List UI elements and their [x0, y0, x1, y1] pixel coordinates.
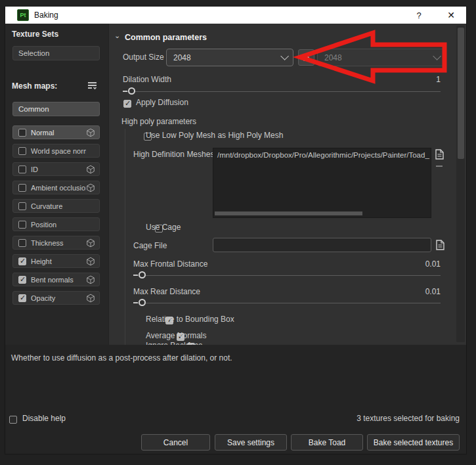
- output-size-value: 2048: [173, 53, 191, 62]
- mesh-map-item[interactable]: ID: [12, 162, 100, 176]
- mesh-map-checkbox[interactable]: [18, 202, 26, 210]
- common-item-label: Common: [18, 105, 49, 113]
- lock-icon: [302, 53, 311, 62]
- mesh-map-item[interactable]: Thickness: [12, 236, 100, 250]
- mesh-map-label: Height: [31, 257, 86, 265]
- use-low-poly-label: Use Low Poly Mesh as High Poly Mesh: [146, 131, 283, 140]
- mesh-map-checkbox[interactable]: [18, 257, 26, 265]
- slider-fill: [133, 302, 138, 303]
- mesh-map-checkbox[interactable]: [18, 166, 26, 173]
- link-sizes-lock-button[interactable]: [298, 49, 314, 66]
- sidebar-item-selection[interactable]: Selection: [12, 46, 100, 60]
- help-tooltip-text: Whether to use diffusion as a post-proce…: [11, 353, 232, 363]
- bake-selected-textures-button[interactable]: Bake selected textures: [367, 434, 460, 451]
- mesh-geometry-icon: [86, 275, 95, 284]
- mesh-map-item[interactable]: Position: [12, 217, 100, 231]
- mesh-geometry-icon: [86, 294, 95, 303]
- average-normals-label: Average Normals: [146, 331, 206, 340]
- remove-mesh-button[interactable]: [436, 166, 443, 167]
- mesh-map-item[interactable]: Opacity: [12, 291, 100, 305]
- panel-scrollbar[interactable]: [456, 26, 465, 342]
- high-def-meshes-label: High Definition Meshes: [133, 150, 214, 159]
- mesh-map-label: Normal: [31, 129, 86, 137]
- mesh-maps-heading: Mesh maps:: [12, 81, 57, 91]
- slider-track: [133, 303, 441, 303]
- substance-painter-logo-icon: Pt: [17, 9, 29, 21]
- disable-help-checkbox[interactable]: [9, 416, 17, 424]
- mesh-map-checkbox[interactable]: [18, 184, 26, 192]
- slider-handle[interactable]: [139, 299, 146, 306]
- cage-file-label: Cage File: [133, 241, 167, 250]
- mesh-map-checkbox[interactable]: [18, 294, 26, 302]
- dilation-width-label: Dilation Width: [123, 75, 171, 84]
- mesh-geometry-icon: [86, 238, 95, 248]
- bake-toad-button[interactable]: Bake Toad: [291, 434, 363, 451]
- bake-status-text: 3 textures selected for baking: [302, 414, 460, 423]
- mesh-map-item[interactable]: World space normal: [12, 144, 100, 158]
- output-size-linked-dropdown: 2048: [317, 49, 446, 66]
- slider-track: [123, 91, 441, 92]
- mesh-geometry-icon: [86, 128, 95, 137]
- apply-diffusion-checkbox[interactable]: [123, 100, 131, 108]
- high-def-meshes-field[interactable]: /mnt/dropbox/Dropbox/Pro/Allegorithmic/P…: [213, 148, 431, 218]
- chevron-down-icon: [280, 52, 289, 60]
- max-frontal-label: Max Frontal Distance: [133, 259, 207, 269]
- mesh-map-label: Opacity: [31, 294, 86, 302]
- max-rear-slider[interactable]: [133, 298, 441, 307]
- dilation-width-slider[interactable]: [123, 87, 441, 96]
- mesh-geometry-icon: [86, 165, 95, 174]
- mesh-map-checkbox[interactable]: [18, 129, 26, 137]
- max-rear-value: 0.01: [362, 287, 441, 296]
- mesh-map-item[interactable]: Normal: [12, 125, 100, 139]
- max-rear-label: Max Rear Distance: [133, 287, 200, 296]
- browse-file-icon[interactable]: [435, 149, 444, 160]
- output-size-linked-value: 2048: [324, 53, 342, 62]
- apply-diffusion-label: Apply Diffusion: [136, 98, 188, 107]
- section-collapse-chevron-icon[interactable]: ⌄: [114, 32, 120, 40]
- window-help-button[interactable]: ?: [410, 9, 427, 22]
- dilation-width-value: 1: [362, 75, 441, 84]
- mesh-map-label: Bent normals: [31, 276, 86, 284]
- footer-area: Whether to use diffusion as a post-proce…: [5, 345, 466, 454]
- slider-fill: [133, 275, 138, 276]
- mesh-map-item[interactable]: Height: [12, 254, 100, 268]
- slider-fill: [123, 91, 127, 92]
- relative-bbox-label: Relative to Bounding Box: [146, 315, 234, 324]
- slider-track: [133, 275, 441, 276]
- mesh-map-item[interactable]: Bent normals: [12, 273, 100, 286]
- slider-handle[interactable]: [128, 87, 135, 95]
- browse-cage-file-icon[interactable]: [436, 240, 444, 250]
- panel-scrollbar-thumb[interactable]: [458, 28, 464, 159]
- mesh-map-checkbox[interactable]: [18, 147, 26, 155]
- horizontal-scrollbar-thumb[interactable]: [215, 211, 362, 215]
- mesh-geometry-icon: [86, 183, 95, 192]
- high-def-meshes-path: /mnt/dropbox/Dropbox/Pro/Allegorithmic/P…: [217, 151, 429, 159]
- mesh-map-label: Position: [31, 221, 86, 229]
- mesh-map-item[interactable]: Ambient occlusion: [12, 181, 100, 194]
- cancel-button[interactable]: Cancel: [141, 434, 210, 451]
- texture-sets-heading: Texture Sets: [12, 30, 58, 39]
- max-frontal-value: 0.01: [362, 259, 441, 269]
- mesh-map-item[interactable]: Curvature: [12, 199, 100, 213]
- cage-file-input[interactable]: [213, 238, 431, 252]
- window-close-button[interactable]: ✕: [443, 9, 460, 22]
- mesh-map-checkbox[interactable]: [18, 239, 26, 247]
- mesh-map-label: ID: [31, 166, 86, 173]
- mesh-geometry-icon: [86, 257, 95, 266]
- slider-handle[interactable]: [139, 271, 146, 278]
- mesh-map-label: World space normal: [31, 147, 86, 155]
- max-frontal-slider[interactable]: [133, 271, 441, 280]
- parameters-panel: ⌄ Common parameters Output Size 2048 204…: [108, 24, 466, 345]
- output-size-dropdown[interactable]: 2048: [166, 49, 293, 66]
- sidebar: Texture Sets Selection Mesh maps: Common…: [5, 24, 108, 345]
- mesh-map-label: Ambient occlusion: [31, 184, 86, 192]
- save-settings-button[interactable]: Save settings: [215, 434, 287, 451]
- mesh-map-checkbox[interactable]: [18, 276, 26, 284]
- tree-guide-line: [125, 129, 125, 345]
- sidebar-item-common[interactable]: Common: [12, 102, 100, 116]
- use-cage-label: Use Cage: [146, 223, 181, 232]
- section-title: Common parameters: [125, 33, 207, 42]
- selection-item-label: Selection: [18, 49, 49, 57]
- list-sort-icon[interactable]: [87, 80, 98, 91]
- mesh-map-checkbox[interactable]: [18, 221, 26, 229]
